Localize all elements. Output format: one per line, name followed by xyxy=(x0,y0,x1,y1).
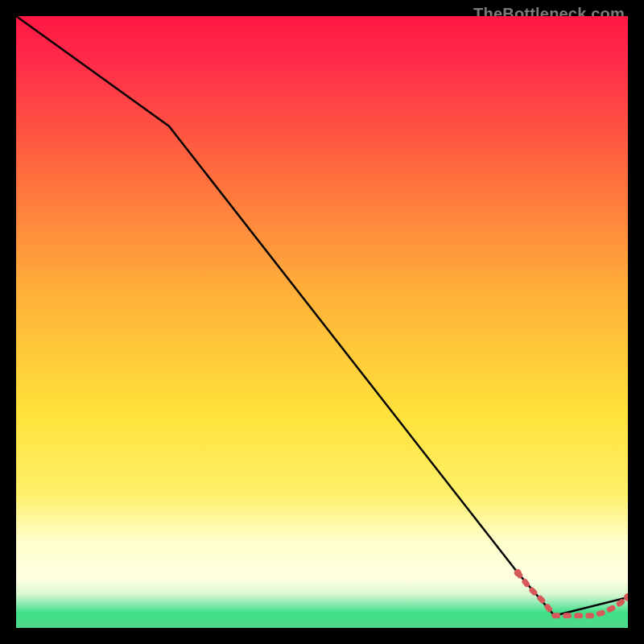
bottleneck-curve-path xyxy=(16,16,628,616)
plot-area xyxy=(16,16,628,628)
bottleneck-curve-line xyxy=(16,16,628,616)
highlight-markers xyxy=(514,569,628,616)
highlight-dash-path xyxy=(518,573,628,616)
chart-lines xyxy=(16,16,628,628)
bottleneck-chart: TheBottleneck.com xyxy=(16,16,628,628)
highlight-start-dot xyxy=(514,569,522,576)
highlight-end-dot xyxy=(624,593,628,601)
